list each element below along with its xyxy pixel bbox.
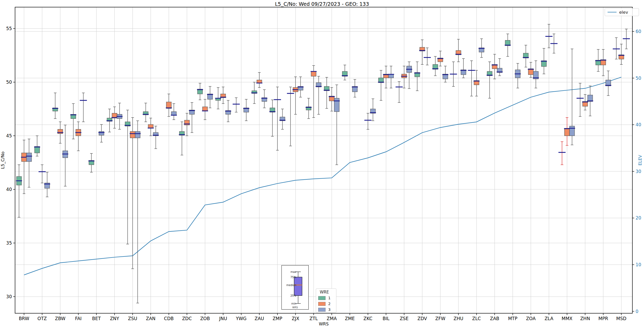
right-tick-label-10: 10 [636, 262, 641, 267]
box-ZSU-wre3 [135, 132, 140, 138]
x-tick-label-JNU: JNU [219, 316, 227, 321]
x-tick-label-ZKC: ZKC [364, 316, 373, 321]
right-tick-label-0: 0 [636, 309, 638, 314]
x-tick-label-ZJX: ZJX [292, 316, 299, 321]
box-BET-wre3 [99, 132, 104, 135]
box-ZBW-wre2 [58, 129, 63, 134]
x-tick-label-ZLC: ZLC [472, 316, 481, 321]
x-tick-label-MPR: MPR [598, 316, 608, 321]
x-tick-label-BRW: BRW [19, 316, 29, 321]
x-tick-label-MMX: MMX [562, 316, 572, 321]
x-tick-label-ZTL: ZTL [309, 316, 318, 321]
x-tick-label-ZBW: ZBW [55, 316, 65, 321]
box-ZMA-wre3 [334, 98, 339, 112]
elev-legend-label: elev [619, 10, 628, 15]
box-CDB-wre2 [166, 102, 171, 108]
x-tick-label-ZAB: ZAB [490, 316, 499, 321]
left-tick-label-35: 35 [6, 240, 12, 246]
wre-legend-item-3: 3 [318, 307, 334, 312]
box-BRW-wre3 [27, 153, 32, 161]
wre3-label: 3 [328, 307, 331, 312]
x-tick-label-ZDC: ZDC [182, 316, 192, 321]
x-tick-label-MSD: MSD [616, 316, 627, 321]
x-tick-label-FAI: FAI [75, 316, 82, 321]
chart-title: L5_C/No: Wed 09/27/2023 - GEO: 133 [0, 1, 644, 7]
elev-line-swatch [608, 12, 617, 12]
x-tick-label-ZOB: ZOB [200, 316, 210, 321]
x-tick-label-ZMP: ZMP [272, 316, 282, 321]
right-tick-label-40: 40 [636, 122, 641, 127]
left-tick-label-50: 50 [6, 80, 12, 85]
boxplot-chart: 3035404550550102030405060BRWOTZZBWFAIBET… [0, 0, 644, 327]
box-MMX-wre3 [570, 126, 575, 136]
left-axis-label: L5_C/No [0, 152, 6, 169]
wre2-swatch [318, 302, 326, 306]
chart-figure: 3035404550550102030405060BRWOTZZBWFAIBET… [0, 0, 644, 327]
explainer-q1-label: 25% [290, 294, 296, 297]
boxplot-explainer: max 75% median 25% min WRS [281, 265, 309, 310]
elev-legend: elev [605, 8, 639, 16]
wre-legend-item-1: 1 [318, 295, 334, 301]
wre1-swatch [318, 296, 326, 300]
wre3-swatch [318, 308, 326, 312]
x-tick-label-ZFW: ZFW [435, 316, 445, 321]
x-tick-label-ZMA: ZMA [327, 316, 337, 321]
right-tick-label-20: 20 [636, 215, 641, 221]
x-tick-label-ZLA: ZLA [544, 316, 553, 321]
x-tick-label-ZHN: ZHN [580, 316, 590, 321]
x-tick-label-YWG: YWG [236, 316, 246, 321]
wre-legend: WRE 1 2 3 [316, 288, 336, 313]
right-tick-label-60: 60 [636, 29, 641, 34]
right-tick-label-50: 50 [636, 76, 641, 81]
x-tick-label-BIL: BIL [383, 316, 390, 321]
x-tick-label-ZAN: ZAN [146, 316, 156, 321]
wre2-label: 2 [328, 302, 331, 306]
x-tick-label-ZNY: ZNY [110, 316, 119, 321]
x-tick-label-CDB: CDB [164, 316, 174, 321]
x-axis-label: WRS [319, 321, 328, 326]
left-tick-label-30: 30 [6, 294, 12, 299]
explainer-q3-label: 75% [290, 276, 296, 279]
x-tick-label-ZHU: ZHU [454, 316, 463, 321]
x-tick-label-OTZ: OTZ [37, 316, 47, 321]
x-tick-label-ZAU: ZAU [255, 316, 264, 321]
left-tick-label-55: 55 [6, 26, 12, 31]
x-tick-label-ZME: ZME [345, 316, 355, 321]
left-tick-label-45: 45 [6, 133, 12, 138]
explainer-max-label: max [290, 270, 296, 273]
explainer-xlabel: WRS [282, 306, 308, 309]
box-ZHN-wre3 [588, 95, 593, 101]
x-tick-label-BET: BET [92, 316, 101, 321]
right-axis-label: ELEV [638, 155, 643, 165]
wre-legend-item-2: 2 [318, 301, 334, 307]
x-tick-label-ZSE: ZSE [400, 316, 408, 321]
explainer-min-label: min [291, 302, 296, 305]
x-tick-label-ZOA: ZOA [526, 316, 536, 321]
box-ZTL-wre2 [311, 71, 316, 76]
wre1-label: 1 [328, 296, 331, 300]
left-tick-label-40: 40 [6, 187, 12, 192]
x-tick-label-MTP: MTP [508, 316, 517, 321]
right-tick-label-30: 30 [636, 169, 641, 174]
box-ZOB-wre2 [203, 107, 208, 111]
x-tick-label-ZDV: ZDV [417, 316, 427, 321]
x-tick-label-ZSU: ZSU [128, 316, 137, 321]
box-OTZ-wre1 [35, 147, 40, 153]
plot-frame [15, 7, 632, 313]
box-MMX-wre2 [565, 128, 570, 136]
wre-legend-title: WRE [318, 290, 334, 295]
box-ZSU-wre2 [130, 132, 135, 138]
explainer-median-label: median [286, 284, 297, 287]
